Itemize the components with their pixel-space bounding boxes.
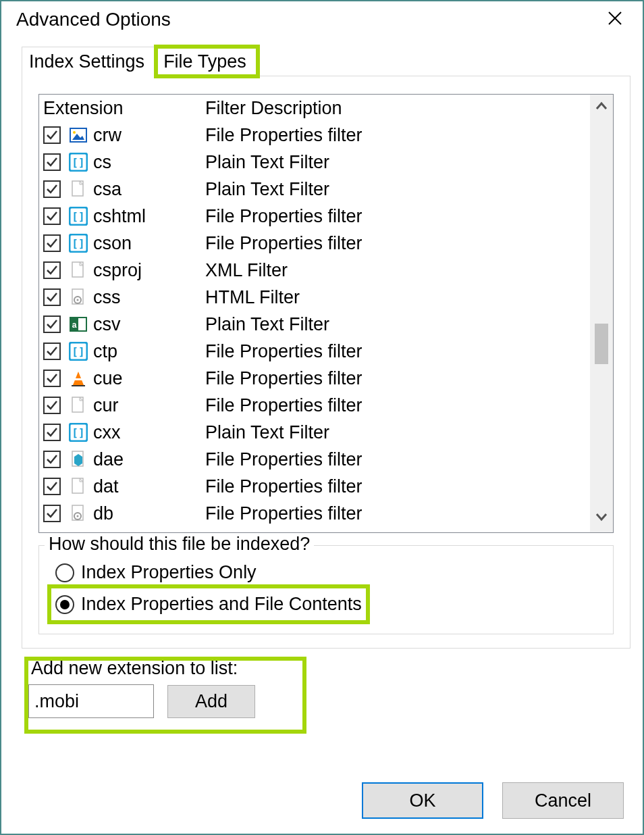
- extension-text: csproj: [93, 257, 142, 284]
- filter-description: File Properties filter: [205, 392, 590, 419]
- file-type-icon: [69, 396, 88, 415]
- filter-description: File Properties filter: [205, 473, 590, 500]
- table-row[interactable]: crwFile Properties filter: [39, 122, 590, 149]
- file-type-icon: [69, 207, 88, 226]
- file-type-icon: [69, 126, 88, 145]
- scroll-up-icon[interactable]: [594, 99, 609, 118]
- file-type-icon: [69, 153, 88, 172]
- table-row[interactable]: cxxPlain Text Filter: [39, 419, 590, 446]
- row-checkbox[interactable]: [43, 153, 61, 171]
- window-title: Advanced Options: [16, 9, 171, 30]
- row-checkbox[interactable]: [43, 315, 61, 333]
- extension-text: dae: [93, 446, 124, 473]
- tabstrip: Index Settings File Types: [22, 46, 630, 76]
- row-checkbox[interactable]: [43, 370, 61, 387]
- radio-label: Index Properties Only: [81, 562, 257, 583]
- table-row[interactable]: daeFile Properties filter: [39, 446, 590, 473]
- filter-description: File Properties filter: [205, 446, 590, 473]
- filter-description: XML Filter: [205, 257, 590, 284]
- file-type-icon: [69, 234, 88, 253]
- extension-text: cur: [93, 392, 119, 419]
- extension-text: cson: [93, 230, 132, 257]
- file-type-icon: [69, 288, 88, 307]
- file-type-icon: [69, 450, 88, 469]
- table-row[interactable]: csprojXML Filter: [39, 257, 590, 284]
- file-type-list: Extension Filter Description crwFile Pro…: [38, 94, 614, 533]
- row-checkbox[interactable]: [43, 424, 61, 441]
- scroll-down-icon[interactable]: [594, 509, 609, 528]
- row-checkbox[interactable]: [43, 180, 61, 198]
- close-button[interactable]: [601, 8, 629, 31]
- add-extension-section: Add new extension to list: Add: [28, 658, 630, 718]
- filter-description: Plain Text Filter: [205, 149, 590, 176]
- extension-text: cxx: [93, 419, 121, 446]
- file-type-icon: [69, 261, 88, 280]
- radio-icon: [55, 563, 74, 582]
- row-checkbox[interactable]: [43, 234, 61, 252]
- tab-file-types[interactable]: File Types: [156, 47, 258, 76]
- table-row[interactable]: csvPlain Text Filter: [39, 311, 590, 338]
- row-checkbox[interactable]: [43, 261, 61, 279]
- scrollbar[interactable]: [590, 95, 613, 532]
- table-row[interactable]: csonFile Properties filter: [39, 230, 590, 257]
- filter-description: File Properties filter: [205, 338, 590, 365]
- extension-text: db: [93, 500, 113, 527]
- extension-text: css: [93, 284, 121, 311]
- filter-description: File Properties filter: [205, 365, 590, 392]
- titlebar: Advanced Options: [1, 1, 643, 38]
- table-row[interactable]: csaPlain Text Filter: [39, 176, 590, 203]
- filter-description: Plain Text Filter: [205, 176, 590, 203]
- row-checkbox[interactable]: [43, 126, 61, 144]
- table-row[interactable]: cueFile Properties filter: [39, 365, 590, 392]
- filter-description: File Properties filter: [205, 500, 590, 527]
- file-type-icon: [69, 180, 88, 199]
- table-row[interactable]: dbFile Properties filter: [39, 500, 590, 527]
- radio-properties-and-contents[interactable]: Index Properties and File Contents: [53, 590, 365, 619]
- ok-button[interactable]: OK: [362, 782, 483, 819]
- radio-label: Index Properties and File Contents: [81, 594, 362, 615]
- add-button[interactable]: Add: [167, 685, 255, 718]
- scroll-thumb[interactable]: [595, 324, 608, 364]
- radio-properties-only[interactable]: Index Properties Only: [53, 558, 599, 587]
- row-checkbox[interactable]: [43, 343, 61, 360]
- radio-icon: [55, 595, 74, 614]
- table-row[interactable]: cssHTML Filter: [39, 284, 590, 311]
- file-type-icon: [69, 504, 88, 523]
- extension-text: dat: [93, 473, 119, 500]
- table-row[interactable]: ctpFile Properties filter: [39, 338, 590, 365]
- extension-text: cue: [93, 365, 123, 392]
- extension-text: csa: [93, 176, 122, 203]
- row-checkbox[interactable]: [43, 451, 61, 468]
- table-row[interactable]: cshtmlFile Properties filter: [39, 203, 590, 230]
- file-type-icon: [69, 369, 88, 388]
- extension-text: cshtml: [93, 203, 146, 230]
- cancel-button[interactable]: Cancel: [502, 782, 624, 819]
- index-mode-group: How should this file be indexed? Index P…: [38, 545, 614, 634]
- row-checkbox[interactable]: [43, 397, 61, 414]
- filter-description: HTML Filter: [205, 284, 590, 311]
- filter-description: File Properties filter: [205, 230, 590, 257]
- file-type-icon: [69, 315, 88, 334]
- table-row[interactable]: curFile Properties filter: [39, 392, 590, 419]
- file-type-icon: [69, 342, 88, 361]
- extension-text: csv: [93, 311, 121, 338]
- table-row[interactable]: datFile Properties filter: [39, 473, 590, 500]
- extension-text: cs: [93, 149, 111, 176]
- col-header-extension[interactable]: Extension: [43, 95, 205, 122]
- file-type-icon: [69, 477, 88, 496]
- table-row[interactable]: csPlain Text Filter: [39, 149, 590, 176]
- col-header-description[interactable]: Filter Description: [205, 95, 590, 122]
- file-type-icon: [69, 423, 88, 442]
- dialog-buttons: OK Cancel: [362, 782, 624, 819]
- filter-description: Plain Text Filter: [205, 419, 590, 446]
- row-checkbox[interactable]: [43, 505, 61, 522]
- row-checkbox[interactable]: [43, 478, 61, 495]
- row-checkbox[interactable]: [43, 207, 61, 225]
- extension-input[interactable]: [28, 684, 154, 718]
- row-checkbox[interactable]: [43, 288, 61, 306]
- filter-description: File Properties filter: [205, 122, 590, 149]
- group-legend: How should this file be indexed?: [45, 534, 314, 555]
- filter-description: Plain Text Filter: [205, 311, 590, 338]
- tab-index-settings[interactable]: Index Settings: [22, 47, 156, 76]
- extension-text: crw: [93, 122, 122, 149]
